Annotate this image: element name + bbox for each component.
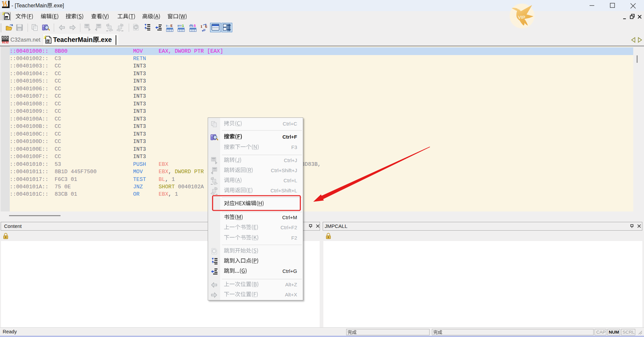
svg-text:01: 01 [5,16,9,19]
svg-text:VIP: VIP [518,15,525,20]
svg-text:01: 01 [47,40,50,43]
svg-text:1: 1 [200,24,203,29]
svg-text:1: 1 [182,24,184,28]
svg-text:H: H [203,28,205,31]
svg-text:%: % [190,24,193,28]
svg-text:9132: 9132 [2,41,9,44]
svg-text:$: $ [194,24,196,28]
svg-text:E: E [170,24,173,28]
